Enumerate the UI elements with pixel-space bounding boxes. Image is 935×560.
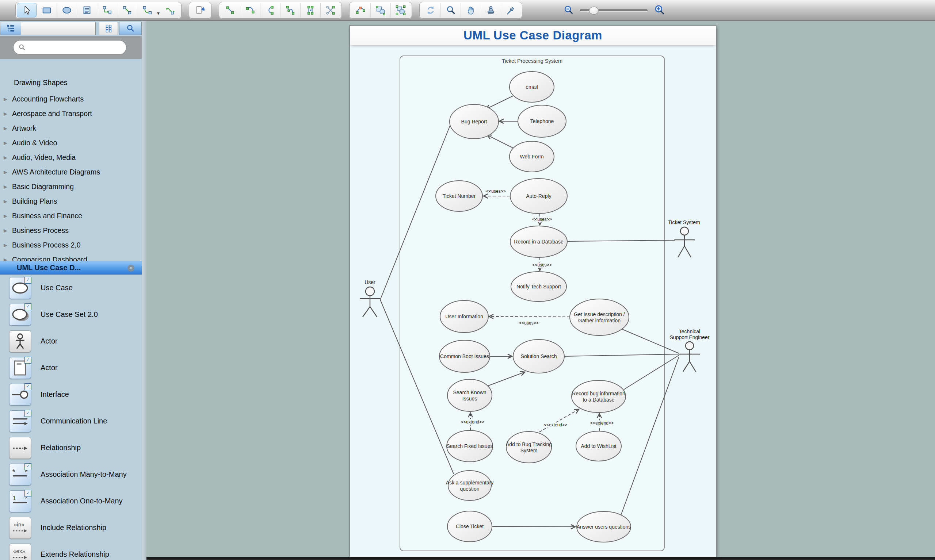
- bezier-connector-tool[interactable]: [160, 3, 180, 17]
- uml-diagram[interactable]: Ticket Processing System<<uses>><<uses>>…: [350, 45, 716, 557]
- rectangle-tool[interactable]: [37, 3, 57, 17]
- checkbox-badge[interactable]: ✓: [25, 410, 31, 417]
- arc-tool[interactable]: [240, 3, 260, 17]
- search-input[interactable]: [26, 42, 126, 53]
- edge-close-ticket-to-answer[interactable]: [492, 526, 575, 527]
- shape-item-actor[interactable]: ✓Actor: [0, 354, 142, 381]
- category-aws-architecture-diagrams[interactable]: ▶AWS Architecture Diagrams: [0, 165, 142, 179]
- chevron-right-icon: ▶: [4, 111, 12, 117]
- edge-label: <<uses>>: [519, 320, 538, 326]
- category-business-process-2-0[interactable]: ▶Business Process 2,0: [0, 238, 142, 252]
- shape-item-actor[interactable]: Actor: [0, 328, 142, 354]
- zoom-slider-knob[interactable]: [589, 6, 599, 15]
- search-field[interactable]: [13, 40, 126, 55]
- node-record-bug-information[interactable]: Record bug informationto a Database: [571, 380, 625, 412]
- node-add-to-bug-tracking-system[interactable]: Add to Bug TrackingSystem: [506, 431, 552, 463]
- select-tool[interactable]: [17, 3, 37, 17]
- category-artwork[interactable]: ▶Artwork: [0, 121, 142, 135]
- node-bug-report[interactable]: Bug Report: [450, 105, 499, 139]
- close-icon[interactable]: ×: [128, 265, 134, 272]
- eyedropper-tool[interactable]: [501, 3, 521, 17]
- libraries-dropdown[interactable]: [21, 22, 96, 35]
- selected-library-bar[interactable]: UML Use Case D... ×: [0, 261, 142, 274]
- shape-item-extends-relationship[interactable]: Extends Relationship: [0, 541, 142, 560]
- actor-ticket-system[interactable]: Ticket System: [668, 219, 700, 257]
- checkbox-badge[interactable]: ✓: [25, 463, 31, 470]
- category-basic-diagramming[interactable]: ▶Basic Diagramming: [0, 179, 142, 194]
- checkbox-badge[interactable]: ✓: [25, 490, 31, 497]
- shape-item-use-case-set-2-0[interactable]: ✓Use Case Set 2.0: [0, 301, 142, 328]
- chevron-down-icon[interactable]: ▾: [157, 10, 160, 16]
- node-web-form[interactable]: Web Form: [510, 141, 554, 172]
- shape-item-include-relationship[interactable]: Include Relationship: [0, 514, 142, 541]
- shape-item-relationship[interactable]: Relationship: [0, 434, 142, 461]
- boolean-operations-tool[interactable]: [370, 3, 390, 17]
- shape-item-interface[interactable]: ✓Interface: [0, 381, 142, 408]
- curve-tool[interactable]: [260, 3, 280, 17]
- category-audio-video[interactable]: ▶Audio & Video: [0, 135, 142, 150]
- node-solution-search[interactable]: Solution Search: [513, 340, 564, 373]
- category-building-plans[interactable]: ▶Building Plans: [0, 194, 142, 208]
- drawing-canvas[interactable]: UML Use Case Diagram Ticket Processing S…: [146, 21, 935, 560]
- category-business-process[interactable]: ▶Business Process: [0, 223, 142, 238]
- direct-connector-tool[interactable]: [117, 3, 137, 17]
- node-telephone[interactable]: Telephone: [518, 105, 566, 137]
- grid-view-button[interactable]: [99, 22, 118, 35]
- svg-text:Solution Search: Solution Search: [521, 353, 557, 359]
- node-get-issue-description[interactable]: Get Issue description /Gather informatio…: [570, 299, 629, 335]
- svg-text:Technical: Technical: [679, 329, 700, 334]
- shape-item-label: Actor: [40, 364, 58, 372]
- edge-get-issue-to-user-information[interactable]: [489, 317, 570, 317]
- checkbox-badge[interactable]: ✓: [25, 303, 31, 310]
- pan-tool[interactable]: [461, 3, 481, 17]
- group-shapes-tool[interactable]: [390, 3, 411, 17]
- actor-user[interactable]: User: [360, 279, 380, 317]
- scissors-tool[interactable]: [320, 3, 340, 17]
- split-tool[interactable]: [300, 3, 320, 17]
- zoom-controls: [563, 0, 666, 20]
- category-business-and-finance[interactable]: ▶Business and Finance: [0, 208, 142, 223]
- ellipse-tool[interactable]: [57, 3, 77, 17]
- node-user-information[interactable]: User Information: [440, 300, 488, 332]
- zoom-out-icon[interactable]: [563, 5, 574, 16]
- rotate-tool[interactable]: [421, 3, 441, 17]
- checkbox-badge[interactable]: ✓: [25, 357, 31, 364]
- node-ticket-number[interactable]: Ticket Number: [436, 181, 482, 211]
- shape-item-communication-line[interactable]: ✓Communication Line: [0, 408, 142, 434]
- zoom-slider[interactable]: [580, 9, 648, 11]
- line-tool[interactable]: [220, 3, 240, 17]
- tree-view-button[interactable]: [0, 22, 21, 35]
- checkbox-badge[interactable]: ✓: [25, 277, 31, 284]
- shape-item-use-case[interactable]: ✓Use Case: [0, 274, 142, 301]
- node-add-to-wishlist[interactable]: Add to WishList: [576, 431, 621, 461]
- category-accounting-flowcharts[interactable]: ▶Accounting Flowcharts: [0, 92, 142, 106]
- shape-item-association-one-to-many[interactable]: ✓Association One-to-Many: [0, 488, 142, 514]
- document-page[interactable]: UML Use Case Diagram Ticket Processing S…: [350, 25, 716, 557]
- text-block-tool[interactable]: [77, 3, 97, 17]
- node-search-fixed-issues[interactable]: Search Fixed Issues: [447, 431, 493, 462]
- node-email[interactable]: email: [510, 72, 554, 102]
- node-common-boot-issues[interactable]: Common Boot Issues: [439, 340, 490, 372]
- node-auto-reply[interactable]: Auto-Reply: [510, 178, 567, 214]
- stamp-tool[interactable]: [481, 3, 501, 17]
- node-close-ticket[interactable]: Close Ticket: [447, 511, 492, 542]
- category-audio-video-media[interactable]: ▶Audio, Video, Media: [0, 150, 142, 165]
- library-search-button[interactable]: [119, 22, 142, 35]
- node-notify-tech-support[interactable]: Notify Tech Support: [511, 272, 567, 302]
- svg-text:Close Ticket: Close Ticket: [456, 523, 484, 529]
- polyline-tool[interactable]: [280, 3, 300, 17]
- smart-connector-tool[interactable]: [97, 3, 117, 17]
- checkbox-badge[interactable]: ✓: [25, 383, 31, 390]
- node-record-in-a-database[interactable]: Record in a Database: [510, 226, 567, 257]
- sidebar-divider[interactable]: [142, 21, 147, 560]
- node-search-known-issues[interactable]: Search KnownIssues: [447, 379, 492, 411]
- node-answer-users-questions[interactable]: Answer users questions: [577, 511, 631, 542]
- reshape-tool[interactable]: [351, 3, 370, 17]
- chevron-right-icon: ▶: [4, 155, 12, 160]
- zoom-in-icon[interactable]: [653, 4, 666, 17]
- disconnect-shape-tool[interactable]: [190, 3, 210, 17]
- zoom-tool[interactable]: [441, 3, 461, 17]
- curve-connector-tool[interactable]: [137, 3, 157, 17]
- category-aerospace-and-transport[interactable]: ▶Aerospace and Transport: [0, 106, 142, 121]
- shape-item-association-many-to-many[interactable]: ✓Association Many-to-Many: [0, 461, 142, 488]
